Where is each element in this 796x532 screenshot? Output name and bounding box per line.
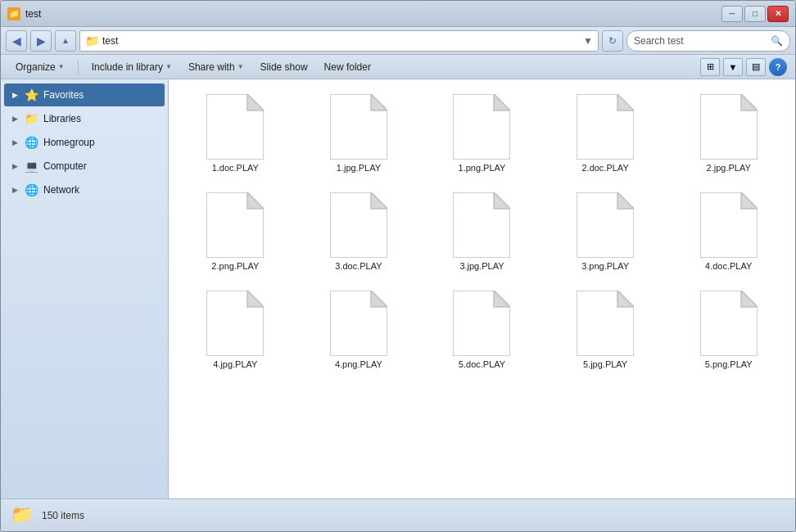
share-with-button[interactable]: Share with ▼ [182,58,251,76]
new-folder-button[interactable]: New folder [318,58,378,76]
file-item[interactable]: 4.doc.PLAY [670,186,787,277]
libraries-expand-icon: ▶ [11,115,19,123]
include-library-arrow: ▼ [165,63,172,70]
file-area: 1.doc.PLAY 1.jpg.PLAY 1.png.PLAY 2.doc.P… [169,79,795,498]
up-button[interactable]: ▲ [55,30,76,52]
maximize-button[interactable]: □ [744,6,766,22]
file-item[interactable]: 1.jpg.PLAY [301,88,418,179]
window-controls: ─ □ ✕ [721,6,789,22]
libraries-icon: 📁 [24,111,38,126]
minimize-button[interactable]: ─ [721,6,743,22]
sidebar-item-favorites[interactable]: ▶ ⭐ Favorites [4,83,165,106]
file-icon [206,192,264,258]
file-item[interactable]: 3.jpg.PLAY [423,186,540,277]
sidebar: ▶ ⭐ Favorites ▶ 📁 Libraries ▶ 🌐 Homegrou… [1,79,169,498]
file-item[interactable]: 2.png.PLAY [177,186,294,277]
slide-show-button[interactable]: Slide show [254,58,314,76]
toolbar: Organize ▼ Include in library ▼ Share wi… [1,55,795,79]
file-label: 3.doc.PLAY [335,261,382,271]
computer-icon: 💻 [24,159,38,174]
address-bar: ◀ ▶ ▲ 📁 test ▼ ↻ 🔍 [1,27,795,55]
window: 📁 test ─ □ ✕ ◀ ▶ ▲ 📁 test ▼ ↻ 🔍 Organize… [0,0,796,532]
svg-marker-3 [371,94,387,110]
file-label: 4.doc.PLAY [705,261,752,271]
view-button[interactable]: ⊞ [700,58,720,76]
path-dropdown-icon[interactable]: ▼ [583,35,593,47]
file-label: 2.doc.PLAY [581,163,628,173]
svg-marker-1 [247,94,264,110]
file-icon [206,94,264,160]
file-icon [453,291,510,356]
svg-marker-15 [494,192,510,209]
view-dropdown[interactable]: ▼ [723,58,743,76]
file-item[interactable]: 2.jpg.PLAY [670,88,787,179]
file-item[interactable]: 3.doc.PLAY [301,186,418,277]
network-icon: 🌐 [24,183,38,197]
file-item[interactable]: 5.jpg.PLAY [547,284,664,376]
file-item[interactable]: 4.png.PLAY [301,284,418,376]
computer-expand-icon: ▶ [11,162,19,170]
file-icon [577,192,634,258]
file-grid: 1.doc.PLAY 1.jpg.PLAY 1.png.PLAY 2.doc.P… [177,88,787,376]
file-item[interactable]: 3.png.PLAY [547,186,664,277]
status-folder-icon: 📁 [11,504,34,527]
organize-button[interactable]: Organize ▼ [9,58,71,76]
toolbar-right: ⊞ ▼ ▤ ? [700,58,787,76]
file-label: 1.jpg.PLAY [337,163,381,173]
file-item[interactable]: 5.doc.PLAY [423,284,540,376]
file-icon [577,94,634,160]
search-icon: 🔍 [771,35,783,47]
svg-marker-11 [247,192,264,209]
title-bar: 📁 test ─ □ ✕ [1,1,795,27]
file-label: 3.jpg.PLAY [459,261,504,271]
file-label: 4.png.PLAY [335,359,382,369]
back-button[interactable]: ◀ [6,30,27,52]
svg-marker-7 [617,94,634,110]
favorites-label: Favorites [43,89,84,101]
forward-button[interactable]: ▶ [30,30,52,52]
svg-marker-29 [741,291,758,307]
svg-marker-25 [494,291,510,307]
svg-marker-9 [741,94,758,110]
file-icon [206,291,264,356]
svg-marker-27 [617,291,634,307]
search-box[interactable]: 🔍 [626,30,790,52]
sidebar-item-homegroup[interactable]: ▶ 🌐 Homegroup [4,131,165,154]
homegroup-icon: 🌐 [24,135,38,150]
sidebar-item-libraries[interactable]: ▶ 📁 Libraries [4,107,165,130]
sidebar-item-network[interactable]: ▶ 🌐 Network [4,178,165,201]
network-label: Network [43,184,79,196]
status-item-count: 150 items [42,510,84,521]
file-label: 1.doc.PLAY [212,163,259,173]
file-label: 5.doc.PLAY [459,359,505,369]
file-item[interactable]: 2.doc.PLAY [547,88,664,179]
file-icon [577,291,634,356]
main-area: ▶ ⭐ Favorites ▶ 📁 Libraries ▶ 🌐 Homegrou… [1,79,795,498]
file-label: 1.png.PLAY [459,163,506,173]
svg-marker-19 [741,192,758,209]
help-button[interactable]: ? [769,58,787,76]
file-icon [453,192,510,258]
address-path[interactable]: 📁 test ▼ [79,30,599,52]
file-item[interactable]: 4.jpg.PLAY [177,284,294,376]
file-label: 2.png.PLAY [211,261,259,271]
status-bar: 📁 150 items [1,498,795,531]
file-label: 4.jpg.PLAY [213,359,257,369]
network-expand-icon: ▶ [11,186,19,194]
file-label: 5.png.PLAY [705,359,753,369]
svg-marker-5 [494,94,510,110]
file-item[interactable]: 1.doc.PLAY [177,88,294,179]
file-icon [330,291,387,356]
search-input[interactable] [634,35,771,47]
file-item[interactable]: 5.png.PLAY [670,284,787,376]
refresh-button[interactable]: ↻ [602,30,623,52]
file-item[interactable]: 1.png.PLAY [423,88,540,179]
close-button[interactable]: ✕ [767,6,789,22]
file-icon [700,94,758,160]
svg-marker-21 [247,291,264,307]
sidebar-item-computer[interactable]: ▶ 💻 Computer [4,155,165,178]
include-library-button[interactable]: Include in library ▼ [85,58,179,76]
svg-marker-13 [371,192,387,209]
file-icon [453,94,510,160]
details-button[interactable]: ▤ [746,58,766,76]
